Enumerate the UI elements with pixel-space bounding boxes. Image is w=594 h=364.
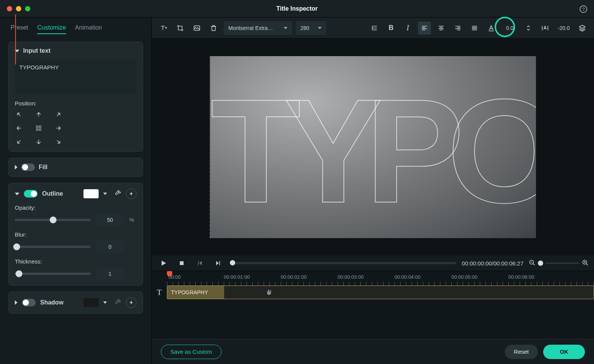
playback-scrubber[interactable] bbox=[230, 262, 456, 264]
char-spacing-icon[interactable] bbox=[539, 22, 552, 35]
align-left-button[interactable] bbox=[418, 22, 431, 35]
pos-top-right[interactable] bbox=[54, 110, 63, 119]
help-icon[interactable]: ? bbox=[580, 5, 587, 13]
text-color-button[interactable] bbox=[485, 22, 498, 35]
line-spacing-stepper[interactable] bbox=[522, 22, 535, 35]
main-area: Montserrat Extra… 280 B I 0.0 -20.0 bbox=[152, 17, 594, 364]
ruler-tick: 00:00:02:00 bbox=[281, 274, 307, 280]
tab-customize[interactable]: Customize bbox=[37, 24, 66, 34]
close-window-button[interactable] bbox=[7, 6, 12, 11]
image-button[interactable] bbox=[190, 22, 203, 35]
tab-preset[interactable]: Preset bbox=[11, 24, 28, 34]
blur-label: Blur: bbox=[15, 231, 137, 238]
bold-button[interactable]: B bbox=[385, 22, 398, 35]
add-outline-button[interactable]: + bbox=[126, 188, 137, 199]
outline-header[interactable]: Outline + bbox=[15, 188, 137, 199]
outline-toggle[interactable] bbox=[24, 190, 38, 198]
chevron-right-icon bbox=[15, 165, 17, 169]
font-size-select[interactable]: 280 bbox=[296, 21, 326, 35]
step-back-button[interactable] bbox=[193, 257, 206, 270]
pos-bottom[interactable] bbox=[35, 138, 43, 146]
outline-color-swatch[interactable] bbox=[83, 189, 99, 198]
section-shadow: Shadow + bbox=[8, 292, 143, 314]
pos-left[interactable] bbox=[15, 124, 23, 132]
align-center-button[interactable] bbox=[435, 22, 448, 35]
window-titlebar: Title Inspector ? bbox=[0, 0, 594, 17]
align-right-button[interactable] bbox=[451, 22, 464, 35]
pos-center[interactable] bbox=[35, 124, 43, 132]
chevron-down-icon[interactable] bbox=[103, 193, 107, 195]
layers-button[interactable] bbox=[576, 22, 589, 35]
chevron-down-icon bbox=[15, 193, 19, 195]
reset-button[interactable]: Reset bbox=[505, 345, 538, 359]
tab-animation[interactable]: Animation bbox=[75, 24, 102, 34]
line-spacing-value[interactable]: 0.0 bbox=[501, 25, 518, 31]
svg-rect-2 bbox=[180, 261, 184, 265]
stop-button[interactable] bbox=[175, 257, 188, 270]
svg-rect-1 bbox=[489, 30, 493, 31]
zoom-out-icon[interactable] bbox=[529, 259, 536, 267]
font-family-select[interactable]: Montserrat Extra… bbox=[224, 21, 292, 35]
blur-slider[interactable] bbox=[15, 246, 91, 248]
outline-label: Outline bbox=[42, 190, 63, 197]
timecode-display: 00:00:00:00/00:00:06:27 bbox=[462, 260, 523, 267]
play-button[interactable] bbox=[157, 257, 170, 270]
timeline: 00:00 00:00:01:00 00:00:02:00 00:00:03:0… bbox=[152, 271, 594, 339]
shadow-color-swatch[interactable] bbox=[83, 298, 99, 307]
clip-label: TYPOGRAPHY bbox=[171, 289, 208, 295]
opacity-slider[interactable] bbox=[15, 219, 91, 221]
italic-button[interactable]: I bbox=[401, 22, 414, 35]
opacity-value[interactable]: 50 bbox=[97, 214, 123, 226]
opacity-unit: % bbox=[129, 217, 134, 223]
title-text-input[interactable] bbox=[15, 60, 137, 94]
timeline-ruler[interactable]: 00:00 00:00:01:00 00:00:02:00 00:00:03:0… bbox=[167, 271, 594, 286]
eyedropper-icon[interactable] bbox=[115, 190, 121, 198]
chevron-down-icon bbox=[284, 27, 288, 29]
pos-bottom-right[interactable] bbox=[54, 138, 63, 146]
eyedropper-icon[interactable] bbox=[115, 298, 121, 307]
pos-top-left[interactable] bbox=[15, 110, 23, 119]
ok-button[interactable]: OK bbox=[543, 345, 585, 359]
align-justify-button[interactable] bbox=[468, 22, 481, 35]
crop-button[interactable] bbox=[174, 22, 187, 35]
thickness-value[interactable]: 1 bbox=[97, 268, 123, 280]
section-input-text: Input text Position: bbox=[8, 42, 143, 152]
canvas-text[interactable]: TYPOGRAPHY bbox=[211, 77, 536, 225]
font-size-value: 280 bbox=[300, 25, 309, 31]
pos-right[interactable] bbox=[54, 124, 63, 132]
fill-header[interactable]: Fill bbox=[15, 163, 137, 171]
opacity-label: Opacity: bbox=[15, 204, 137, 211]
step-forward-button[interactable] bbox=[212, 257, 225, 270]
preview-canvas[interactable]: TYPOGRAPHY bbox=[210, 56, 536, 238]
delete-button[interactable] bbox=[207, 22, 220, 35]
clip-segment[interactable]: TYPOGRAPHY bbox=[167, 286, 224, 299]
pos-top[interactable] bbox=[35, 110, 43, 119]
text-toolbar: Montserrat Extra… 280 B I 0.0 -20.0 bbox=[152, 17, 594, 39]
fill-label: Fill bbox=[39, 164, 47, 171]
indent-button[interactable] bbox=[368, 22, 381, 35]
grab-cursor-icon bbox=[266, 289, 273, 297]
zoom-slider-thumb[interactable] bbox=[538, 260, 543, 266]
thickness-slider[interactable] bbox=[15, 273, 91, 275]
blur-value[interactable]: 0 bbox=[97, 241, 123, 253]
ruler-tick: 00:00 bbox=[168, 274, 181, 280]
add-shadow-button[interactable]: + bbox=[126, 297, 137, 308]
maximize-window-button[interactable] bbox=[25, 6, 30, 11]
zoom-slider[interactable] bbox=[545, 262, 580, 264]
dialog-footer: Save as Custom Reset OK bbox=[152, 339, 594, 364]
shadow-header[interactable]: Shadow + bbox=[15, 297, 137, 308]
clip-track[interactable]: TYPOGRAPHY bbox=[167, 286, 594, 299]
ruler-tick: 00:00:05:00 bbox=[451, 274, 478, 280]
minimize-window-button[interactable] bbox=[16, 6, 21, 11]
input-text-header[interactable]: Input text bbox=[15, 47, 137, 54]
chevron-right-icon bbox=[15, 300, 17, 305]
add-text-button[interactable] bbox=[157, 22, 170, 35]
zoom-in-icon[interactable] bbox=[582, 259, 589, 267]
pos-bottom-left[interactable] bbox=[15, 138, 23, 146]
char-spacing-value[interactable]: -20.0 bbox=[555, 25, 572, 31]
ruler-tick: 00:00:06:00 bbox=[508, 274, 534, 280]
fill-toggle[interactable] bbox=[21, 163, 35, 171]
save-custom-button[interactable]: Save as Custom bbox=[161, 345, 222, 359]
chevron-down-icon[interactable] bbox=[103, 301, 107, 304]
shadow-toggle[interactable] bbox=[22, 299, 36, 306]
